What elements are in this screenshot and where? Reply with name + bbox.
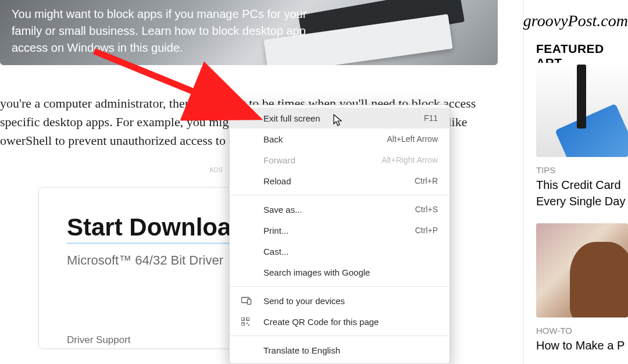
ctx-separator (230, 195, 449, 195)
ctx-item-label: Save as... (263, 205, 415, 215)
ctx-item-label: Cast... (263, 247, 438, 256)
ctx-create-qr[interactable]: Create QR Code for this page (230, 311, 449, 332)
featured-category-1[interactable]: TIPS (536, 165, 555, 175)
svg-rect-3 (247, 317, 249, 320)
featured-title-2[interactable]: How to Make a P (536, 337, 628, 354)
context-menu[interactable]: Exit full screen F11 Back Alt+Left Arrow… (229, 105, 450, 364)
ctx-item-label: Send to your devices (263, 296, 438, 306)
hero-text: You might want to block apps if you mana… (12, 6, 337, 56)
featured-thumb-1[interactable] (536, 63, 628, 157)
ad-subtitle: Microsoft™ 64/32 Bit Driver (67, 253, 223, 268)
ctx-item-label: Search images with Google (263, 267, 438, 277)
ctx-item-label: Reload (263, 176, 415, 186)
ctx-cast[interactable]: Cast... (230, 241, 449, 262)
ctx-back[interactable]: Back Alt+Left Arrow (230, 129, 449, 149)
svg-rect-2 (241, 317, 244, 320)
ctx-item-label: Forward (263, 155, 381, 165)
devices-icon (241, 297, 252, 305)
ctx-separator (230, 286, 449, 287)
ctx-send-to-devices[interactable]: Send to your devices (230, 290, 449, 311)
ctx-save-as[interactable]: Save as... Ctrl+S (230, 199, 449, 220)
ctx-item-label: Create QR Code for this page (263, 317, 438, 327)
ctx-item-shortcut: Alt+Right Arrow (381, 155, 438, 165)
ad-brand: Driver Support (67, 334, 131, 346)
qr-icon (241, 317, 252, 326)
ctx-separator (230, 336, 449, 336)
ctx-reload[interactable]: Reload Ctrl+R (230, 170, 449, 191)
ad-heading[interactable]: Start Download (67, 213, 246, 244)
ctx-forward: Forward Alt+Right Arrow (230, 149, 449, 170)
site-logo[interactable]: groovyPost.com (523, 12, 628, 30)
ctx-print[interactable]: Print... Ctrl+P (230, 220, 449, 241)
svg-rect-4 (241, 323, 244, 326)
featured-category-2[interactable]: HOW-TO (536, 326, 572, 336)
ctx-item-label: Print... (263, 226, 415, 235)
ctx-item-label: Back (263, 134, 387, 144)
ctx-search-images[interactable]: Search images with Google (230, 262, 449, 283)
ctx-translate[interactable]: Translate to English (230, 340, 449, 361)
featured-title-1[interactable]: This Credit Card Every Single Day (536, 177, 628, 209)
svg-rect-6 (248, 324, 249, 326)
ctx-item-shortcut: Alt+Left Arrow (387, 134, 438, 144)
featured-thumb-2[interactable] (536, 223, 628, 317)
hero-banner: You might want to block apps if you mana… (0, 0, 498, 65)
sidebar-divider (523, 0, 524, 364)
ctx-item-label: Exit full screen (263, 113, 424, 123)
svg-rect-1 (248, 299, 251, 305)
ctx-item-shortcut: F11 (424, 113, 438, 123)
ctx-item-shortcut: Ctrl+S (415, 205, 438, 214)
ctx-exit-full-screen[interactable]: Exit full screen F11 (230, 108, 449, 129)
ctx-item-label: Translate to English (263, 345, 438, 355)
ctx-item-shortcut: Ctrl+R (415, 176, 438, 185)
ctx-item-shortcut: Ctrl+P (415, 226, 438, 235)
svg-rect-5 (247, 323, 248, 324)
ads-label: ADS (209, 166, 223, 173)
